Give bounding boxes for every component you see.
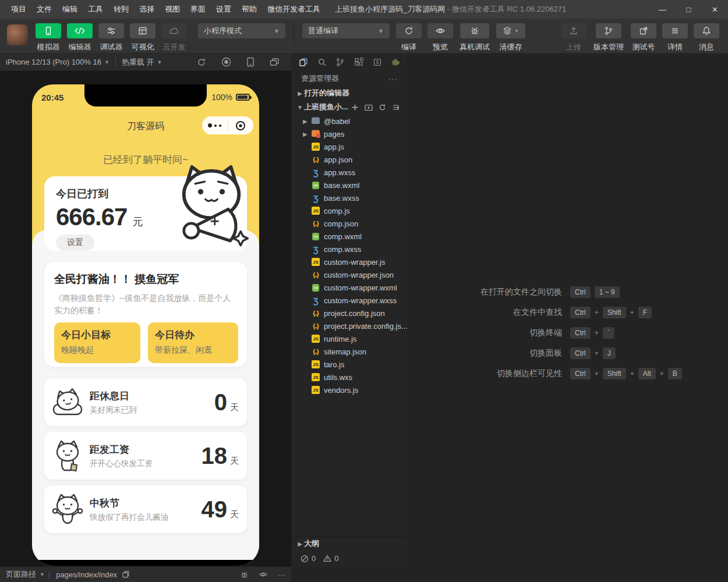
phone-bottom-bezel	[32, 560, 259, 566]
visual-toggle-button[interactable]: 可视化	[127, 23, 158, 52]
file-row[interactable]: base.wxml	[291, 179, 408, 191]
file-row[interactable]: utils.wxs	[291, 371, 408, 384]
minimize-button[interactable]: —	[649, 5, 676, 14]
files-icon[interactable]	[295, 55, 312, 70]
hot-reload-toggle[interactable]: 热重载 开	[122, 57, 154, 68]
debugger-toggle-button[interactable]: 调试器	[96, 23, 127, 52]
menu-item[interactable]: 帮助	[236, 4, 262, 15]
new-file-icon[interactable]	[351, 104, 359, 111]
version-manage-button[interactable]: 版本管理	[589, 23, 628, 52]
countdown-unit: 天	[230, 456, 239, 467]
daily-todo-box[interactable]: 今日待办 带薪拉屎、闲逛	[148, 322, 238, 363]
multi-window-icon[interactable]	[270, 58, 280, 67]
file-row[interactable]: comp.wxss	[291, 243, 408, 255]
menu-item[interactable]: 微信开发者工具	[262, 4, 326, 15]
record-icon[interactable]	[221, 57, 231, 67]
file-row[interactable]: app.json	[291, 153, 408, 166]
menu-item[interactable]: 项目	[6, 4, 31, 15]
visibility-eye-icon[interactable]	[259, 570, 268, 579]
refresh-explorer-icon[interactable]	[379, 104, 386, 111]
keycap: F	[638, 307, 652, 318]
preview-button[interactable]: 预览	[425, 23, 456, 52]
file-row[interactable]: project.private.config.js...	[291, 320, 408, 332]
new-folder-icon[interactable]	[365, 104, 373, 111]
teapot-icon[interactable]	[387, 55, 404, 70]
menu-item[interactable]: 文件	[31, 4, 57, 15]
daily-goal-box[interactable]: 今日小目标 晚睡晚起	[54, 322, 140, 363]
maximize-button[interactable]: □	[676, 5, 702, 14]
extensions-icon[interactable]	[350, 55, 367, 70]
chevron-right-icon: ▶	[303, 118, 311, 125]
outline-section[interactable]: ▶ 大纲	[291, 536, 408, 551]
file-row[interactable]: custom-wrapper.wxss	[291, 294, 408, 307]
file-row[interactable]: sitemap.json	[291, 345, 408, 358]
file-row[interactable]: comp.wxml	[291, 230, 408, 243]
restart-icon[interactable]	[197, 58, 206, 67]
vconsole-bug-icon[interactable]	[240, 570, 249, 579]
compile-button[interactable]: 编译	[393, 23, 425, 52]
menu-item[interactable]: 视图	[160, 4, 185, 15]
menu-item[interactable]: 编辑	[57, 4, 83, 15]
test-account-button[interactable]: 测试号	[628, 23, 659, 52]
cloud-dev-button: 云开发	[158, 23, 190, 52]
battery-percent: 100%	[211, 93, 232, 102]
shortcut-row: 在打开的文件之间切换Ctrl1 ~ 9	[408, 286, 728, 298]
file-row[interactable]: ▶@babel	[291, 115, 408, 127]
project-root-row[interactable]: ▼ 上班摸鱼小...	[291, 100, 408, 114]
page-path-select[interactable]: 页面路径	[6, 569, 36, 580]
warning-count: 0	[334, 554, 338, 563]
js-file-icon	[311, 334, 320, 343]
activity-bar	[291, 54, 408, 71]
editor-toggle-button[interactable]: 编辑器	[64, 23, 96, 52]
menu-item[interactable]: 转到	[108, 4, 134, 15]
file-row[interactable]: comp.json	[291, 217, 408, 230]
file-row[interactable]: project.config.json	[291, 307, 408, 320]
npm-panel-icon[interactable]	[369, 55, 386, 70]
device-frame-icon[interactable]	[246, 57, 255, 67]
file-name: runtime.js	[324, 335, 356, 343]
file-row[interactable]: custom-wrapper.wxml	[291, 281, 408, 294]
file-name: custom-wrapper.json	[324, 271, 394, 279]
file-row[interactable]: ▶pages	[291, 127, 408, 140]
clear-cache-button[interactable]: ▼ 清缓存	[493, 23, 528, 52]
more-icon[interactable]: ···	[278, 570, 285, 579]
chevron-down-icon: ▼	[40, 572, 45, 577]
file-row[interactable]: app.js	[291, 140, 408, 153]
details-button[interactable]: 详情	[659, 23, 691, 52]
file-row[interactable]: runtime.js	[291, 332, 408, 345]
problems-bar[interactable]: 0 0	[291, 551, 408, 566]
search-icon[interactable]	[313, 55, 331, 70]
mode-select[interactable]: 小程序模式 ▼	[198, 23, 285, 38]
status-time: 20:45	[41, 93, 63, 102]
file-row[interactable]: comp.js	[291, 204, 408, 217]
close-button[interactable]: ✕	[702, 5, 728, 14]
source-control-icon[interactable]	[331, 55, 349, 70]
file-row[interactable]: app.wxss	[291, 166, 408, 179]
menu-item[interactable]: 工具	[83, 4, 108, 15]
collapse-all-icon[interactable]	[392, 104, 400, 111]
folder-file-icon	[311, 116, 320, 126]
chevron-down-icon: ▼	[296, 104, 304, 111]
explorer-more-button[interactable]: ···	[388, 74, 398, 83]
device-select[interactable]: iPhone 12/13 (Pro) 100% 16	[6, 58, 101, 66]
menu-item[interactable]: 界面	[185, 4, 211, 15]
file-row[interactable]: custom-wrapper.json	[291, 268, 408, 281]
file-name: taro.js	[324, 360, 344, 369]
file-row[interactable]: custom-wrapper.js	[291, 255, 408, 268]
remote-debug-button[interactable]: 真机调试	[456, 23, 493, 52]
simulator-toggle-button[interactable]: 模拟器	[33, 23, 64, 52]
avatar[interactable]	[7, 24, 28, 45]
messages-button[interactable]: 消息	[691, 23, 722, 52]
menu-item[interactable]: 设置	[211, 4, 236, 15]
file-row[interactable]: taro.js	[291, 358, 408, 371]
file-row[interactable]: base.wxss	[291, 191, 408, 204]
compile-mode-select[interactable]: 普通编译 ▼	[302, 23, 390, 38]
settings-button[interactable]: 设置	[56, 235, 94, 251]
close-miniapp-button[interactable]	[228, 120, 254, 131]
more-menu-button[interactable]	[202, 123, 228, 127]
menu-item[interactable]: 选择	[134, 4, 160, 15]
file-row[interactable]: vendors.js	[291, 384, 408, 396]
copy-icon[interactable]	[122, 570, 130, 579]
open-editors-section[interactable]: ▶ 打开的编辑器	[291, 86, 408, 100]
folder-pages-file-icon	[311, 129, 320, 139]
